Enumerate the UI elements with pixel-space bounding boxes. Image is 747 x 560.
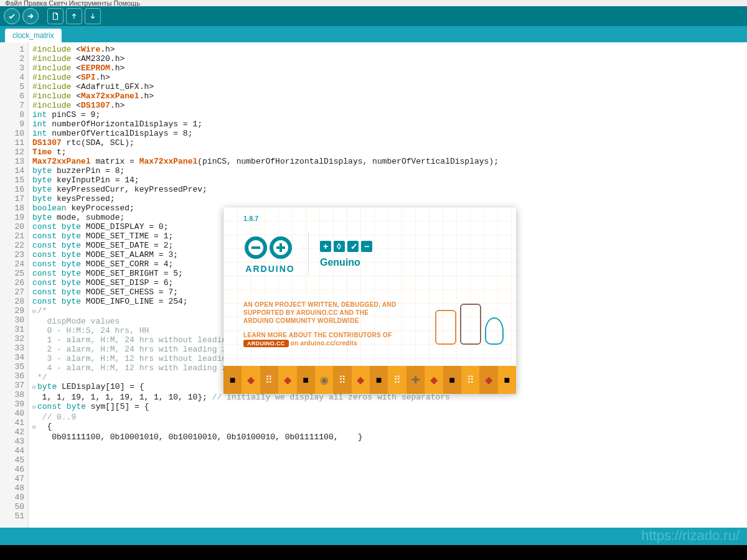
svg-text:−: − [364,241,369,251]
svg-text:◊: ◊ [337,241,341,251]
splash-brand: ARDUINO [243,264,297,274]
splash-brand2: Genuino [320,257,381,268]
arduino-infinity-icon [243,234,297,261]
tab-sketch[interactable]: clock_matrix [5,29,62,42]
svg-text:✓: ✓ [350,241,358,251]
splash-version: 1.8.7 [243,215,258,222]
svg-text:+: + [323,241,328,251]
tab-bar: clock_matrix [0,26,747,42]
splash-body: AN OPEN PROJECT WRITTEN, DEBUGGED, AND S… [243,301,399,354]
splash-tile-strip: ■◆ ⠿◆ ■◉ ⠿◆ ■⠿ ✚◆ ■⠿ ◆■ [223,366,516,394]
arrow-right-icon [26,12,35,21]
arrow-up-icon [70,12,78,21]
verify-button[interactable] [4,8,20,24]
upload-button[interactable] [22,8,39,24]
menu-bar[interactable]: Файл Правка Скетч Инструменты Помощь [0,0,747,6]
splash-dialog: 1.8.7 ARDUINO +◊✓− Genuino [223,207,516,393]
open-sketch-button[interactable] [66,8,82,24]
splash-logo: ARDUINO +◊✓− Genuino [243,232,381,276]
status-bar [0,528,747,545]
genuino-glyphs-icon: +◊✓− [320,240,381,254]
arrow-down-icon [88,12,97,21]
new-sketch-button[interactable] [47,8,63,24]
splash-illustration [435,304,504,345]
watermark-url: https://rizado.ru/ [641,528,740,544]
toolbar [0,6,747,26]
line-gutter: 1234567891011121314151617181920212223242… [0,42,29,528]
save-sketch-button[interactable] [85,8,101,24]
console-area [0,545,747,560]
check-icon [7,12,16,21]
file-icon [51,12,60,21]
